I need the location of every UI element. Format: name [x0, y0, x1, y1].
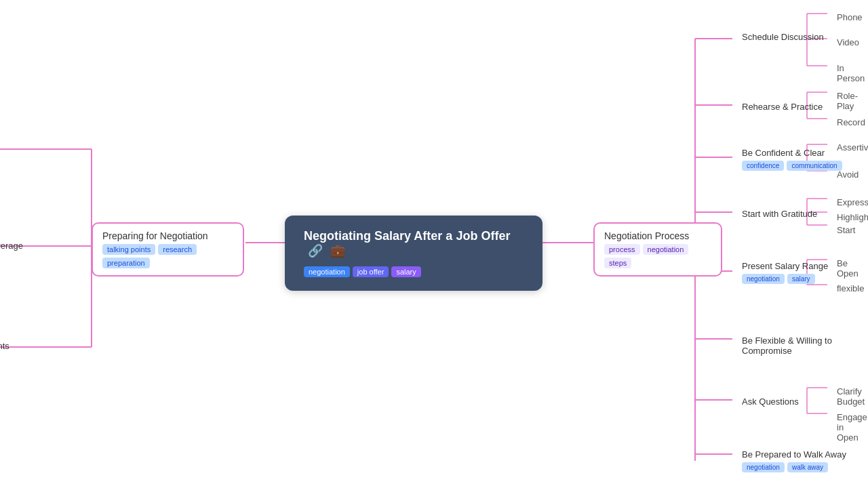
leaf-ask-questions[interactable]: Ask Questions — [732, 390, 808, 413]
leaf-start[interactable]: Start — [827, 218, 865, 242]
leaf-walk-away-tags: negotiation walk away — [742, 462, 859, 472]
tag-confidence: confidence — [742, 161, 784, 171]
leaf-flexible-compromise[interactable]: Be Flexible & Willing to Compromise — [732, 329, 868, 363]
leaf-avoid-title: Avoid — [837, 169, 859, 180]
leaf-market-average[interactable]: Research Market Average — [0, 234, 33, 258]
center-node-title: Negotiating Salary After a Job Offer 🔗 💼 — [304, 229, 524, 258]
tag-job-offer: job offer — [353, 266, 389, 277]
leaf-record[interactable]: Record — [827, 110, 868, 134]
leaf-walk-away[interactable]: Be Prepared to Walk Away negotiation wal… — [732, 443, 868, 479]
leaf-schedule-discussion[interactable]: Schedule Discussion — [732, 25, 833, 49]
tag-process: process — [604, 244, 640, 255]
tag-negotiation-r: negotiation — [643, 244, 689, 255]
center-node[interactable]: Negotiating Salary After a Job Offer 🔗 💼… — [285, 216, 542, 291]
leaf-video-title: Video — [837, 37, 859, 47]
leaf-avoid[interactable]: Avoid — [827, 163, 868, 186]
left-branch-title: Preparing for Negotiation — [102, 230, 233, 241]
leaf-flexible-title: flexible — [837, 283, 864, 293]
leaf-phone-title: Phone — [837, 12, 863, 22]
leaf-gratitude[interactable]: Start with Gratitude — [732, 202, 827, 226]
leaf-talking-points[interactable]: Prepare Talking Points — [0, 334, 19, 358]
leaf-market-title: Research Market Average — [0, 241, 23, 251]
tag-research: research — [158, 244, 197, 255]
leaf-rehearse[interactable]: Rehearse & Practice — [732, 95, 832, 119]
leaf-talking-title: Prepare Talking Points — [0, 341, 9, 351]
leaf-assertive-title: Assertive — [837, 142, 868, 152]
tag-walk-away: walk away — [787, 462, 828, 472]
tag-negotiation: negotiation — [304, 266, 350, 277]
right-branch-tags: process negotiation steps — [604, 244, 711, 268]
tag-salary: salary — [391, 266, 420, 277]
leaf-gratitude-title: Start with Gratitude — [742, 209, 817, 219]
leaf-rehearse-title: Rehearse & Practice — [742, 102, 823, 112]
leaf-be-open-title: Be Open — [837, 258, 859, 279]
leaf-schedule-title: Schedule Discussion — [742, 32, 824, 42]
center-tags: negotiation job offer salary — [304, 266, 524, 277]
leaf-flexible-compromise-title: Be Flexible & Willing to Compromise — [742, 336, 859, 356]
leaf-clarify-budget-title: Clarify Budget — [837, 386, 865, 407]
center-title-text: Negotiating Salary After a Job Offer — [304, 229, 510, 243]
right-branch-node[interactable]: Negotiation Process process negotiation … — [593, 222, 722, 277]
leaf-walk-away-title: Be Prepared to Walk Away — [742, 449, 859, 460]
leaf-flexible[interactable]: flexible — [827, 277, 868, 300]
leaf-record-title: Record — [837, 117, 865, 127]
tag-salary-s: salary — [787, 274, 815, 284]
leaf-in-person-title: In Person — [837, 63, 865, 83]
leaf-evaluate-value[interactable]: Evaluate Your Value value research — [0, 134, 9, 171]
right-branch-title: Negotiation Process — [604, 230, 711, 241]
left-branch-tags: talking points research preparation — [102, 244, 233, 268]
leaf-ask-questions-title: Ask Questions — [742, 396, 799, 407]
mind-map-canvas: Negotiating Salary After a Job Offer 🔗 💼… — [0, 0, 868, 488]
leaf-start-title: Start — [837, 225, 855, 235]
tag-preparation: preparation — [102, 258, 150, 268]
leaf-video[interactable]: Video — [827, 30, 868, 54]
tag-talking-points: talking points — [102, 244, 155, 255]
tag-negotiation-s: negotiation — [742, 274, 785, 284]
leaf-engage-open-title: Engage in Open — [837, 412, 867, 443]
link-icon: 🔗 — [308, 244, 323, 258]
tag-negotiation-w: negotiation — [742, 462, 785, 472]
left-branch-node[interactable]: Preparing for Negotiation talking points… — [92, 222, 244, 277]
leaf-role-play-title: Role-Play — [837, 91, 859, 111]
leaf-assertive[interactable]: Assertive — [827, 136, 868, 159]
brief-icon: 💼 — [330, 244, 345, 258]
tag-steps: steps — [604, 258, 631, 268]
leaf-phone[interactable]: Phone — [827, 5, 868, 29]
